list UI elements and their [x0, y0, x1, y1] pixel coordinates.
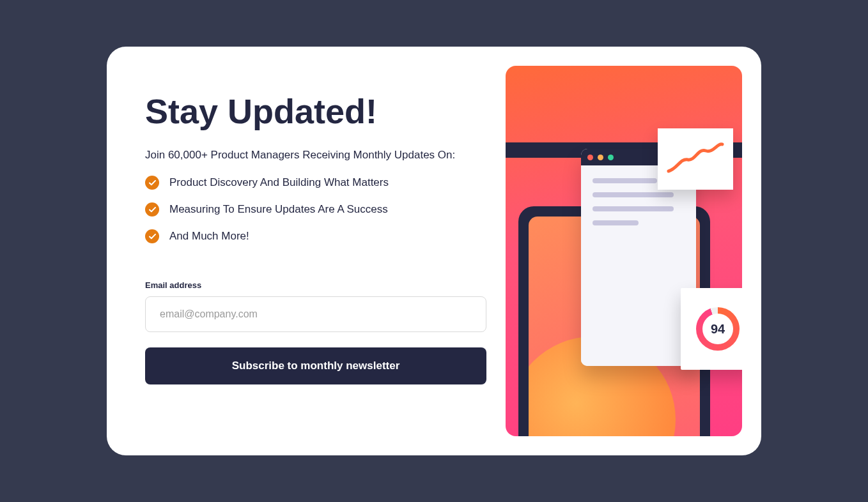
text-line-graphic: [593, 220, 639, 225]
form-panel: Stay Updated! Join 60,000+ Product Manag…: [126, 66, 486, 436]
window-max-dot-icon: [608, 155, 614, 160]
email-field[interactable]: [145, 296, 486, 332]
feature-text: Measuring To Ensure Updates Are A Succes…: [169, 203, 388, 216]
signup-card: Stay Updated! Join 60,000+ Product Manag…: [107, 47, 761, 455]
email-label: Email address: [145, 280, 486, 290]
feature-item: Measuring To Ensure Updates Are A Succes…: [145, 202, 486, 217]
illustration-panel: 94: [506, 66, 742, 436]
feature-item: And Much More!: [145, 229, 486, 243]
text-line-graphic: [593, 192, 674, 197]
trend-line-icon: [666, 141, 725, 178]
check-icon: [145, 176, 159, 190]
chart-card-graphic: [658, 128, 733, 190]
page-title: Stay Updated!: [145, 91, 486, 131]
score-card-graphic: 94: [681, 288, 742, 370]
feature-text: Product Discovery And Building What Matt…: [169, 176, 389, 189]
browser-body: [581, 165, 696, 366]
score-ring-icon: 94: [696, 307, 740, 351]
subscribe-button[interactable]: Subscribe to monthly newsletter: [145, 347, 486, 384]
score-value: 94: [702, 314, 733, 344]
window-close-dot-icon: [587, 155, 593, 160]
check-icon: [145, 202, 159, 217]
text-line-graphic: [593, 206, 674, 211]
subtitle-text: Join 60,000+ Product Managers Receiving …: [145, 149, 486, 162]
feature-list: Product Discovery And Building What Matt…: [145, 176, 486, 256]
window-min-dot-icon: [598, 155, 603, 160]
feature-text: And Much More!: [169, 230, 249, 243]
text-line-graphic: [593, 178, 657, 183]
feature-item: Product Discovery And Building What Matt…: [145, 176, 486, 190]
check-icon: [145, 229, 159, 243]
